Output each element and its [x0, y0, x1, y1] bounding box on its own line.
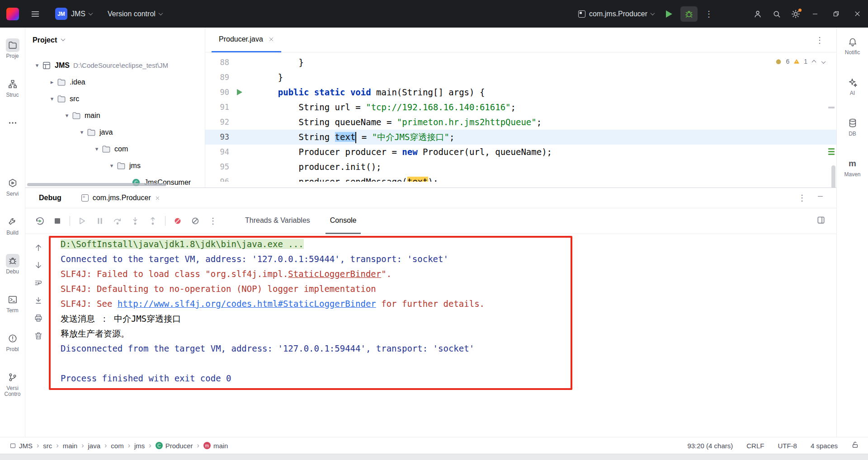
- more-actions-button[interactable]: ⋮: [700, 6, 717, 22]
- chevron-down-icon[interactable]: ▾: [62, 112, 71, 119]
- editor-gutter[interactable]: 88: [205, 55, 257, 70]
- step-into-button[interactable]: [130, 216, 141, 226]
- hide-tool-window-button[interactable]: [817, 193, 824, 203]
- console-line-4[interactable]: SLF4J: Defaulting to no-operation (NOP) …: [61, 282, 836, 296]
- console-line-2[interactable]: Connected to the target VM, address: '12…: [61, 252, 836, 267]
- code-line-92[interactable]: 92 String queueName = "primeton.hr.jms2h…: [205, 115, 836, 130]
- scroll-to-end-button[interactable]: [34, 296, 43, 305]
- console-line-3[interactable]: SLF4J: Failed to load class "org.slf4j.i…: [61, 267, 836, 282]
- tree-item-.idea[interactable]: ▸.idea: [25, 74, 205, 90]
- breadcrumb-src[interactable]: src: [43, 442, 52, 450]
- run-button[interactable]: [660, 6, 678, 22]
- next-highlight-button[interactable]: [821, 58, 826, 65]
- stripe-build[interactable]: Build: [6, 215, 19, 236]
- search-everywhere-button[interactable]: [768, 6, 785, 22]
- debug-session-tab[interactable]: com.jms.Producer: [81, 194, 160, 202]
- down-stack-button[interactable]: [34, 261, 43, 270]
- code-with-me-button[interactable]: [749, 6, 766, 22]
- console-line-7[interactable]: 释放生产者资源。: [61, 326, 836, 341]
- previous-highlight-button[interactable]: [811, 58, 817, 65]
- run-gutter-icon[interactable]: [237, 89, 242, 95]
- main-menu-button[interactable]: [27, 7, 43, 21]
- chevron-down-icon[interactable]: ▾: [33, 62, 42, 69]
- line-ending-selector[interactable]: CRLF: [746, 442, 764, 450]
- soft-wrap-button[interactable]: [34, 278, 43, 287]
- pause-button[interactable]: [94, 216, 105, 226]
- indent-selector[interactable]: 4 spaces: [811, 442, 838, 450]
- restore-button[interactable]: [826, 0, 847, 28]
- console-line-6[interactable]: 发送消息 ： 中介JMS穿透接口: [61, 311, 836, 326]
- code-line-91[interactable]: 91 String url = "tcp://192.168.16.140:61…: [205, 100, 836, 115]
- code-line-94[interactable]: 94 Producer producer = new Producer(url,…: [205, 145, 836, 160]
- rerun-button[interactable]: [34, 216, 45, 226]
- debug-button[interactable]: [680, 6, 698, 22]
- view-breakpoints-button[interactable]: [190, 216, 201, 226]
- editor-gutter[interactable]: 91: [205, 100, 257, 115]
- chevron-down-icon[interactable]: ▾: [92, 146, 101, 152]
- editor-gutter[interactable]: 93: [205, 130, 257, 145]
- minimize-button[interactable]: [804, 0, 826, 28]
- chevron-down-icon[interactable]: ▾: [107, 162, 116, 169]
- breadcrumb-main[interactable]: main: [63, 442, 78, 450]
- tab-producer-java[interactable]: Producer.java: [212, 28, 281, 52]
- stop-button[interactable]: [52, 216, 63, 226]
- stripe-structure[interactable]: Struc: [6, 77, 19, 98]
- console-output[interactable]: D:\SoftInstall\java\jdk1.8\jdk\bin\java.…: [52, 234, 836, 437]
- print-button[interactable]: [34, 314, 43, 323]
- stripe-database[interactable]: DB: [846, 116, 859, 137]
- step-out-button[interactable]: [147, 216, 158, 226]
- project-horizontal-scrollbar[interactable]: [27, 183, 166, 186]
- vcs-widget[interactable]: Version control: [104, 7, 166, 21]
- tree-item-com[interactable]: ▾com: [25, 141, 205, 157]
- editor-scrollbar-thumb[interactable]: [831, 165, 835, 188]
- tree-item-JMS[interactable]: ▾JMSD:\CodeSource\eclipse_test\JM: [25, 57, 205, 74]
- code-area[interactable]: 6 1 88 }89 }90 public static void main(S: [205, 52, 836, 188]
- settings-button[interactable]: [787, 6, 804, 22]
- mute-breakpoints-button[interactable]: [172, 216, 183, 226]
- inspections-widget[interactable]: 6 1: [775, 58, 826, 65]
- console-line-5[interactable]: SLF4J: See http://www.slf4j.org/codes.ht…: [61, 296, 836, 311]
- editor-gutter[interactable]: 95: [205, 160, 257, 174]
- readonly-lock-button[interactable]: [851, 441, 859, 450]
- editor-gutter[interactable]: 94: [205, 145, 257, 160]
- project-panel-header[interactable]: Project: [25, 28, 205, 52]
- close-button[interactable]: [847, 0, 868, 28]
- stripe-problems[interactable]: Probl: [6, 332, 19, 352]
- editor-gutter[interactable]: 96: [205, 174, 257, 182]
- stripe-notifications[interactable]: Notific: [845, 35, 860, 56]
- step-over-button[interactable]: [112, 216, 123, 226]
- console-line-1[interactable]: D:\SoftInstall\java\jdk1.8\jdk\bin\java.…: [61, 237, 836, 252]
- run-configuration-selector[interactable]: com.jms.Producer: [575, 7, 658, 21]
- code-line-90[interactable]: 90 public static void main(String[] args…: [205, 85, 836, 100]
- editor-gutter[interactable]: 89: [205, 70, 257, 85]
- stripe-version-control[interactable]: Versi Contro: [0, 371, 25, 397]
- tree-item-jms[interactable]: ▾jms: [25, 157, 205, 174]
- clear-all-button[interactable]: [34, 331, 43, 340]
- tab-threads-variables[interactable]: Threads & Variables: [241, 208, 315, 234]
- breadcrumb-java[interactable]: java: [88, 442, 101, 450]
- layout-settings-button[interactable]: [816, 216, 826, 226]
- stripe-services[interactable]: Servi: [6, 176, 19, 197]
- breadcrumb-com[interactable]: com: [111, 442, 123, 450]
- tab-console[interactable]: Console: [326, 208, 361, 234]
- tree-item-main[interactable]: ▾main: [25, 107, 205, 124]
- debug-toolbar-kebab[interactable]: ⋮: [208, 216, 218, 226]
- console-hyperlink[interactable]: http://www.slf4j.org/codes.html#StaticLo…: [118, 299, 376, 309]
- resume-button[interactable]: [77, 216, 88, 226]
- chevron-down-icon[interactable]: ▾: [77, 129, 86, 136]
- chevron-down-icon[interactable]: ▾: [47, 95, 57, 102]
- stripe-terminal[interactable]: Term: [6, 293, 19, 314]
- project-widget[interactable]: JM JMS: [52, 5, 96, 23]
- console-line-8[interactable]: Disconnected from the target VM, address…: [61, 341, 836, 356]
- encoding-selector[interactable]: UTF-8: [778, 442, 797, 450]
- up-stack-button[interactable]: [34, 243, 43, 252]
- code-line-93[interactable]: 93 String text = "中介JMS穿透接口";: [205, 130, 836, 145]
- stripe-maven[interactable]: m Maven: [844, 157, 860, 178]
- editor-gutter[interactable]: 92: [205, 115, 257, 130]
- breadcrumb-JMS[interactable]: JMS: [9, 442, 33, 450]
- close-tab-icon[interactable]: [269, 37, 274, 42]
- console-line-9[interactable]: [61, 356, 836, 371]
- code-line-89[interactable]: 89 }: [205, 70, 836, 85]
- code-line-96[interactable]: 96 producer.sendMessage(text);: [205, 174, 836, 182]
- chevron-right-icon[interactable]: ▸: [47, 79, 57, 85]
